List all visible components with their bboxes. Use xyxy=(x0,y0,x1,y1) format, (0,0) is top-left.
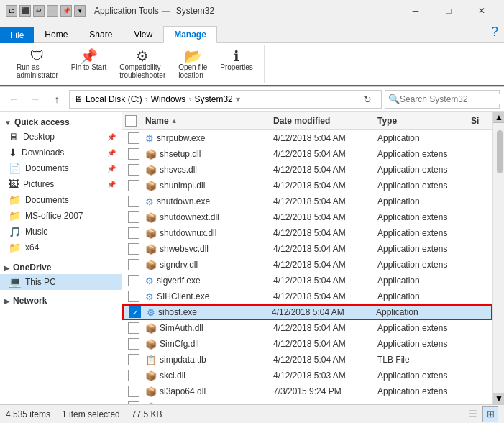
row-checkbox[interactable] xyxy=(128,322,139,334)
row-checkbox[interactable] xyxy=(128,354,139,365)
select-all-checkbox[interactable] xyxy=(125,115,137,127)
pin-icon[interactable]: 📌 xyxy=(60,5,72,17)
close-button[interactable]: ✕ xyxy=(465,0,498,22)
forward-button[interactable]: → xyxy=(26,90,45,109)
network-section[interactable]: ▶ Network xyxy=(0,293,122,307)
onedrive-section[interactable]: ▶ OneDrive xyxy=(0,260,122,274)
table-row[interactable]: 📦shsvcs.dll4/12/2018 5:04 AMApplication … xyxy=(122,162,492,178)
row-checkbox[interactable] xyxy=(128,275,139,286)
row-checkbox-cell[interactable] xyxy=(125,338,142,350)
row-checkbox-cell[interactable] xyxy=(125,275,142,286)
sidebar-item-music[interactable]: 🎵 Music xyxy=(0,224,122,240)
table-row[interactable]: 📦shsetup.dll4/12/2018 5:04 AMApplication… xyxy=(122,146,492,162)
row-checkbox[interactable] xyxy=(128,212,139,223)
row-checkbox-cell[interactable] xyxy=(125,148,142,160)
maximize-button[interactable]: □ xyxy=(432,0,465,22)
table-row[interactable]: ⚙shrpubw.exe4/12/2018 5:04 AMApplication xyxy=(122,130,492,146)
row-checkbox-cell[interactable] xyxy=(125,180,142,191)
row-checkbox[interactable] xyxy=(128,243,139,255)
table-row[interactable]: 📋simpdata.tlb4/12/2018 5:04 AMTLB File xyxy=(122,352,492,368)
scroll-thumb[interactable] xyxy=(497,130,503,173)
table-row[interactable]: 📦shunimpl.dll4/12/2018 5:04 AMApplicatio… xyxy=(122,178,492,194)
table-row[interactable]: 📦shutdownux.dll4/12/2018 5:04 AMApplicat… xyxy=(122,225,492,241)
row-checkbox-cell[interactable] xyxy=(125,259,142,270)
col-size-header[interactable]: Si xyxy=(468,116,490,126)
row-checkbox[interactable] xyxy=(128,132,139,144)
row-checkbox-cell[interactable] xyxy=(125,227,142,239)
tab-view[interactable]: View xyxy=(123,26,163,43)
row-checkbox-cell[interactable] xyxy=(125,354,142,365)
row-checkbox-cell[interactable] xyxy=(125,196,142,207)
sidebar-item-x64[interactable]: 📁 x64 xyxy=(0,240,122,255)
row-checkbox[interactable] xyxy=(128,164,139,176)
row-checkbox[interactable] xyxy=(128,386,139,397)
row-checkbox-cell[interactable] xyxy=(125,212,142,223)
row-checkbox[interactable] xyxy=(128,196,139,207)
row-checkbox[interactable]: ✓ xyxy=(129,306,141,318)
pin-start-button[interactable]: 📌 Pin to Start xyxy=(66,47,111,81)
undo-icon[interactable]: ↩ xyxy=(33,5,45,17)
table-row[interactable]: 📦shwebsvc.dll4/12/2018 5:04 AMApplicatio… xyxy=(122,241,492,257)
tab-home[interactable]: Home xyxy=(34,26,78,43)
back-button[interactable]: ← xyxy=(4,90,23,109)
breadcrumb[interactable]: 🖥 Local Disk (C:) › Windows › System32 ▾… xyxy=(69,90,382,109)
table-row[interactable]: 📦SimCfg.dll4/12/2018 5:04 AMApplication … xyxy=(122,336,492,352)
tab-file[interactable]: File xyxy=(0,27,34,43)
row-checkbox-cell[interactable] xyxy=(125,386,142,397)
breadcrumb-part3[interactable]: System32 xyxy=(194,94,232,104)
row-checkbox-cell[interactable] xyxy=(125,243,142,255)
table-row[interactable]: 📦SimAuth.dll4/12/2018 5:04 AMApplication… xyxy=(122,320,492,336)
row-checkbox[interactable] xyxy=(128,180,139,191)
open-file-location-button[interactable]: 📂 Open filelocation xyxy=(173,47,212,81)
row-checkbox-cell[interactable] xyxy=(125,291,142,302)
table-row[interactable]: 📦skci.dll4/12/2018 5:03 AMApplication ex… xyxy=(122,368,492,383)
table-row[interactable]: 📦slc.dll4/12/2018 5:04 AMApplication ext… xyxy=(122,399,492,404)
breadcrumb-part1[interactable]: Local Disk (C:) xyxy=(86,94,142,104)
table-row[interactable]: 📦signdrv.dll4/12/2018 5:04 AMApplication… xyxy=(122,257,492,273)
sidebar-item-pictures[interactable]: 🖼 Pictures 📌 xyxy=(0,176,122,192)
breadcrumb-part2[interactable]: Windows xyxy=(151,94,186,104)
row-checkbox-cell[interactable] xyxy=(125,164,142,176)
properties-button[interactable]: ℹ Properties xyxy=(215,47,258,81)
sidebar-item-documents[interactable]: 📄 Documents 📌 xyxy=(0,160,122,176)
row-checkbox[interactable] xyxy=(128,370,139,381)
table-row[interactable]: ✓⚙sihost.exe4/12/2018 5:04 AMApplication xyxy=(122,304,492,320)
compatibility-button[interactable]: ⚙ Compatibilitytroubleshooter xyxy=(114,47,170,81)
details-view-button[interactable]: ☰ xyxy=(465,406,481,422)
table-row[interactable]: 📦shutdownext.dll4/12/2018 5:04 AMApplica… xyxy=(122,209,492,225)
row-checkbox[interactable] xyxy=(128,259,139,270)
run-as-admin-button[interactable]: 🛡 Run asadministrator xyxy=(12,47,63,81)
row-checkbox-cell[interactable]: ✓ xyxy=(127,306,144,318)
row-checkbox[interactable] xyxy=(128,227,139,239)
row-checkbox-cell[interactable] xyxy=(125,370,142,381)
refresh-button[interactable]: ↻ xyxy=(358,90,377,109)
row-checkbox-cell[interactable] xyxy=(125,132,142,144)
list-view-button[interactable]: ⊞ xyxy=(482,406,498,422)
tab-share[interactable]: Share xyxy=(78,26,123,43)
sidebar-item-documents2[interactable]: 📁 Documents xyxy=(0,192,122,208)
scroll-up-button[interactable]: ▲ xyxy=(493,112,504,123)
quick-access-section[interactable]: ▼ Quick access xyxy=(0,114,122,129)
tab-manage[interactable]: Manage xyxy=(163,26,217,43)
sidebar-item-downloads[interactable]: ⬇ Downloads 📌 xyxy=(0,145,122,160)
row-checkbox[interactable] xyxy=(128,291,139,302)
sidebar-item-thispc[interactable]: 💻 This PC xyxy=(0,274,122,290)
scrollbar-vertical[interactable]: ▲ ▼ xyxy=(492,112,504,404)
scroll-down-button[interactable]: ▼ xyxy=(493,393,504,404)
search-input[interactable] xyxy=(400,94,504,104)
table-row[interactable]: ⚙SIHClient.exe4/12/2018 5:04 AMApplicati… xyxy=(122,288,492,304)
row-checkbox-cell[interactable] xyxy=(125,322,142,334)
table-row[interactable]: ⚙shutdown.exe4/12/2018 5:04 AMApplicatio… xyxy=(122,194,492,209)
sidebar-item-msoffice[interactable]: 📁 MS-office 2007 xyxy=(0,208,122,224)
table-row[interactable]: 📦sl3apo64.dll7/3/2015 9:24 PMApplication… xyxy=(122,383,492,399)
col-date-header[interactable]: Date modified xyxy=(270,116,375,126)
minimize-button[interactable]: ─ xyxy=(399,0,432,22)
col-name-header[interactable]: Name ▲ xyxy=(142,116,270,126)
quick-access-icon[interactable]: ⬛ xyxy=(19,5,31,17)
table-row[interactable]: ⚙sigverif.exe4/12/2018 5:04 AMApplicatio… xyxy=(122,273,492,288)
col-type-header[interactable]: Type xyxy=(375,116,468,126)
row-checkbox-cell[interactable] xyxy=(125,401,142,404)
row-checkbox[interactable] xyxy=(128,338,139,350)
up-button[interactable]: ↑ xyxy=(47,90,66,109)
sidebar-item-desktop[interactable]: 🖥 Desktop 📌 xyxy=(0,129,122,145)
